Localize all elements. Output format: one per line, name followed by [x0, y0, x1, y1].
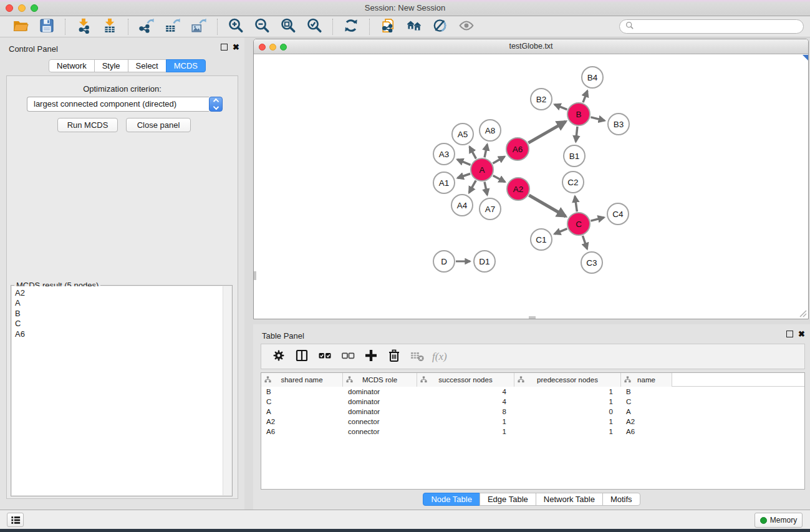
network-list-button[interactable] [7, 513, 24, 527]
table-settings-button[interactable] [267, 347, 290, 366]
graph-edge-A-A1[interactable] [458, 174, 470, 178]
table-cell[interactable]: 1 [514, 397, 621, 407]
graph-edge-C-C3[interactable] [582, 236, 587, 249]
delete-columns-button[interactable] [382, 347, 405, 366]
table-row[interactable]: A6connector11A6 [261, 427, 804, 437]
export-table-button[interactable] [160, 17, 186, 36]
table-cell[interactable]: dominator [343, 407, 417, 417]
close-panel-button[interactable]: Close panel [126, 118, 191, 132]
memory-button[interactable]: Memory [755, 513, 803, 528]
network-canvas[interactable]: B4B2BB3A5A8A6B1A3AC2A1A2A4A7C4CC1C3DD1 [254, 55, 808, 319]
table-cell[interactable]: dominator [343, 387, 417, 397]
clone-network-button[interactable] [375, 17, 401, 36]
table-cell[interactable]: 8 [417, 407, 514, 417]
column-header-predecessor-nodes[interactable]: predecessor nodes [514, 373, 621, 387]
graph-node-A5[interactable]: A5 [452, 123, 473, 145]
import-table-button[interactable] [97, 17, 123, 36]
column-header-name[interactable]: name [621, 373, 672, 387]
graph-node-B[interactable]: B [567, 103, 590, 125]
graph-edge-A-A4[interactable] [469, 180, 476, 193]
import-network-button[interactable] [70, 17, 97, 36]
save-session-button[interactable] [34, 17, 60, 36]
graph-edge-B-B2[interactable] [554, 105, 567, 110]
zoom-in-button[interactable] [223, 17, 249, 36]
table-cell[interactable]: 0 [514, 407, 621, 417]
zoom-out-button[interactable] [249, 17, 275, 36]
column-header-shared-name[interactable]: shared name [261, 373, 343, 387]
export-image-button[interactable] [186, 17, 212, 36]
result-list-scrollbar[interactable] [223, 286, 231, 495]
table-cell[interactable]: A2 [261, 417, 343, 427]
run-mcds-button[interactable]: Run MCDS [57, 118, 118, 132]
tab-mcds[interactable]: MCDS [166, 59, 206, 72]
graph-node-D[interactable]: D [433, 251, 455, 272]
graph-edge-B-B1[interactable] [576, 127, 577, 142]
graph-edge-A-A8[interactable] [485, 145, 487, 158]
graph-node-A2[interactable]: A2 [507, 178, 529, 200]
graph-edge-A-A3[interactable] [457, 160, 470, 165]
close-table-panel-icon[interactable]: ✖ [798, 331, 805, 337]
graph-node-A8[interactable]: A8 [480, 120, 501, 141]
float-panel-icon[interactable] [221, 44, 228, 51]
zoom-fit-button[interactable] [275, 17, 301, 36]
canvas-horizontal-scroll-thumb[interactable] [529, 316, 536, 319]
column-visibility-button[interactable] [290, 347, 313, 366]
graph-edge-C-C2[interactable] [575, 196, 577, 211]
mcds-result-list[interactable]: A2ABCA6 [12, 286, 231, 495]
table-tab-motifs[interactable]: Motifs [602, 493, 640, 506]
float-table-panel-icon[interactable] [786, 331, 793, 337]
network-graph[interactable]: B4B2BB3A5A8A6B1A3AC2A1A2A4A7C4CC1C3DD1 [254, 55, 808, 319]
table-cell[interactable]: 1 [514, 427, 621, 437]
graph-node-A1[interactable]: A1 [433, 172, 455, 193]
graph-edge-A-A2[interactable] [493, 175, 505, 181]
refresh-view-button[interactable] [338, 17, 364, 36]
graph-node-B4[interactable]: B4 [582, 67, 603, 88]
graph-node-A[interactable]: A [471, 158, 493, 181]
graph-edge-A-A6[interactable] [493, 157, 504, 163]
table-cell[interactable]: 1 [417, 417, 514, 427]
table-cell[interactable]: A [621, 407, 672, 417]
tab-network[interactable]: Network [49, 59, 95, 72]
table-cell[interactable]: 4 [417, 387, 514, 397]
hide-graphics-details-button[interactable] [427, 17, 453, 36]
table-cell[interactable]: 1 [417, 427, 514, 437]
graph-node-C4[interactable]: C4 [607, 203, 629, 225]
table-cell[interactable]: B [261, 387, 343, 397]
apply-layout-button[interactable] [401, 17, 427, 36]
mcds-result-item[interactable]: A [12, 298, 231, 308]
table-cell[interactable]: C [621, 397, 672, 407]
column-header-MCDS-role[interactable]: MCDS role [343, 373, 417, 387]
tab-select[interactable]: Select [128, 59, 166, 72]
table-row[interactable]: Adominator80A [261, 407, 804, 417]
graph-edge-C-C1[interactable] [554, 229, 567, 234]
network-window-titlebar[interactable]: testGlobe.txt [254, 39, 808, 54]
graph-edge-B-B3[interactable] [591, 117, 604, 121]
table-cell[interactable]: C [261, 397, 343, 407]
mcds-result-item[interactable]: A6 [12, 329, 231, 339]
graph-node-C1[interactable]: C1 [531, 229, 552, 250]
graph-node-D1[interactable]: D1 [474, 251, 495, 272]
select-all-button[interactable] [313, 347, 336, 366]
table-cell[interactable]: connector [343, 417, 417, 427]
search-input[interactable] [635, 22, 798, 31]
mcds-result-item[interactable]: B [12, 309, 231, 319]
graph-node-B3[interactable]: B3 [608, 114, 629, 135]
table-cell[interactable]: 1 [514, 417, 621, 427]
graph-node-A6[interactable]: A6 [506, 138, 529, 160]
graph-node-A7[interactable]: A7 [480, 198, 501, 220]
table-cell[interactable]: A [261, 407, 343, 417]
table-cell[interactable]: 4 [417, 397, 514, 407]
table-cell[interactable]: A2 [621, 417, 672, 427]
export-network-button[interactable] [133, 17, 160, 36]
deselect-all-button[interactable] [336, 347, 359, 366]
table-row[interactable]: Bdominator41B [261, 387, 804, 397]
graph-node-C[interactable]: C [567, 213, 590, 235]
tab-style[interactable]: Style [94, 59, 128, 72]
column-header-successor-nodes[interactable]: successor nodes [417, 373, 514, 387]
graph-edge-A6-B[interactable] [528, 122, 566, 143]
table-tab-network-table[interactable]: Network Table [536, 493, 603, 506]
criterion-dropdown[interactable]: largest connected component (directed) [27, 97, 223, 112]
table-cell[interactable]: dominator [343, 397, 417, 407]
node-table[interactable]: shared nameMCDS rolesuccessor nodesprede… [261, 372, 805, 490]
graph-edge-C-C4[interactable] [591, 218, 604, 221]
